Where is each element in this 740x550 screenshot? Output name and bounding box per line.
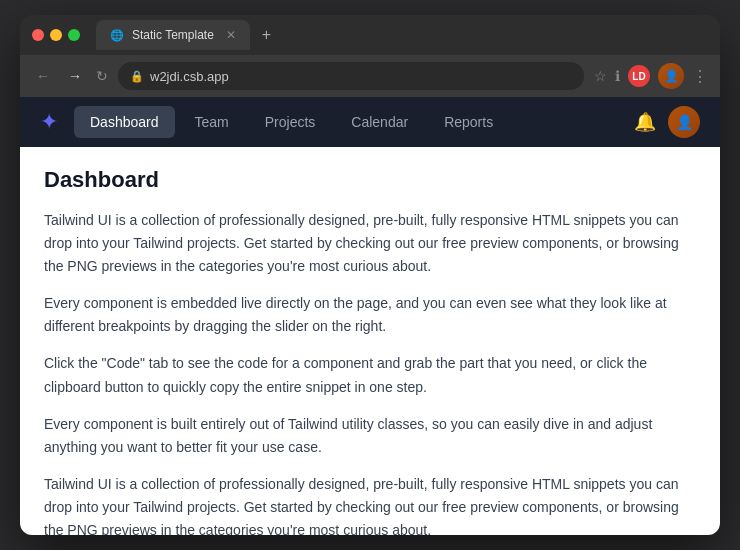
paragraph-1: Tailwind UI is a collection of professio… <box>44 209 696 278</box>
browser-menu-icon[interactable]: ⋮ <box>692 67 708 86</box>
user-avatar-nav[interactable]: 👤 <box>668 106 700 138</box>
paragraph-5: Tailwind UI is a collection of professio… <box>44 473 696 535</box>
close-button[interactable] <box>32 29 44 41</box>
paragraph-3: Click the "Code" tab to see the code for… <box>44 352 696 398</box>
new-tab-button[interactable]: + <box>254 22 279 48</box>
nav-dashboard[interactable]: Dashboard <box>74 106 175 138</box>
tab-close-icon[interactable]: ✕ <box>226 28 236 42</box>
info-icon[interactable]: ℹ <box>615 68 620 84</box>
notification-bell-icon[interactable]: 🔔 <box>634 111 656 133</box>
tab-favicon-icon: 🌐 <box>110 29 124 42</box>
forward-button[interactable]: → <box>64 66 86 86</box>
nav-reports[interactable]: Reports <box>428 106 509 138</box>
active-tab[interactable]: 🌐 Static Template ✕ <box>96 20 250 50</box>
url-bar[interactable]: 🔒 w2jdi.csb.app <box>118 62 584 90</box>
title-bar: 🌐 Static Template ✕ + <box>20 15 720 55</box>
content-area[interactable]: Dashboard Tailwind UI is a collection of… <box>20 147 720 535</box>
tab-bar: 🌐 Static Template ✕ + <box>96 20 279 50</box>
profile-badge[interactable]: LD <box>628 65 650 87</box>
app-nav: ✦ Dashboard Team Projects Calendar Repor… <box>20 97 720 147</box>
browser-window: 🌐 Static Template ✕ + ← → ↻ 🔒 w2jdi.csb.… <box>20 15 720 535</box>
reload-button[interactable]: ↻ <box>96 68 108 84</box>
paragraph-2: Every component is embedded live directl… <box>44 292 696 338</box>
traffic-lights <box>32 29 80 41</box>
bookmark-icon[interactable]: ☆ <box>594 68 607 84</box>
address-actions: ☆ ℹ LD 👤 ⋮ <box>594 63 708 89</box>
nav-actions: 🔔 👤 <box>634 106 700 138</box>
page-title: Dashboard <box>44 167 696 193</box>
url-text: w2jdi.csb.app <box>150 69 229 84</box>
nav-projects[interactable]: Projects <box>249 106 332 138</box>
address-bar: ← → ↻ 🔒 w2jdi.csb.app ☆ ℹ LD 👤 ⋮ <box>20 55 720 97</box>
back-button[interactable]: ← <box>32 66 54 86</box>
user-avatar-browser[interactable]: 👤 <box>658 63 684 89</box>
paragraph-4: Every component is built entirely out of… <box>44 413 696 459</box>
nav-team[interactable]: Team <box>179 106 245 138</box>
app-logo-icon: ✦ <box>40 109 58 135</box>
minimize-button[interactable] <box>50 29 62 41</box>
lock-icon: 🔒 <box>130 70 144 83</box>
tab-title: Static Template <box>132 28 214 42</box>
maximize-button[interactable] <box>68 29 80 41</box>
nav-calendar[interactable]: Calendar <box>335 106 424 138</box>
